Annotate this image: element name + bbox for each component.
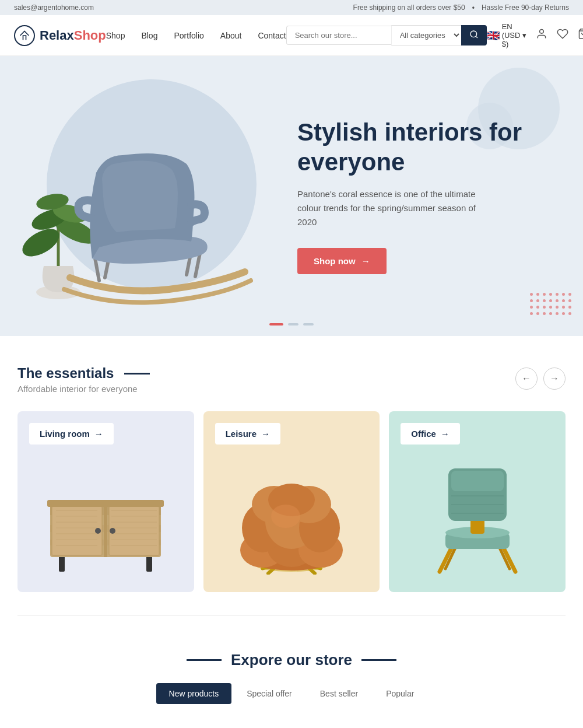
- svg-point-56: [271, 505, 300, 528]
- hero-image-area: [0, 56, 274, 336]
- svg-point-2: [540, 30, 544, 34]
- slide-indicators: [269, 323, 314, 326]
- title-underline: [124, 373, 150, 374]
- flag-icon: 🇬🇧: [487, 29, 500, 42]
- section-subtitle: Affordable interior for everyone: [17, 384, 150, 394]
- tab-special-offer[interactable]: Special offer: [234, 683, 305, 704]
- header: RelaxShop Shop Blog Portfolio About Cont…: [0, 15, 583, 56]
- office-image: [401, 444, 554, 580]
- language-selector[interactable]: 🇬🇧 EN (USD $) ▾: [487, 22, 527, 48]
- categories-grid: Living room →: [17, 411, 566, 592]
- svg-rect-21: [104, 505, 107, 557]
- section-title: The essentials: [17, 365, 150, 382]
- svg-point-38: [95, 528, 101, 534]
- search-area: All categories: [286, 25, 487, 46]
- lang-label: EN (USD $): [502, 22, 521, 48]
- explore-tabs: New products Special offer Best seller P…: [17, 683, 566, 704]
- hero-content: Stylish interiors for everyone Pantone's…: [274, 56, 583, 336]
- account-icon[interactable]: [536, 28, 547, 43]
- email: sales@argentohome.com: [14, 4, 94, 12]
- top-bar-promos: Free shipping on all orders over $50 • H…: [353, 4, 569, 12]
- slide-dot-active[interactable]: [269, 323, 283, 326]
- leisure-image: [215, 444, 368, 580]
- hero-section: Stylish interiors for everyone Pantone's…: [0, 56, 583, 336]
- living-room-image: [29, 444, 182, 580]
- tab-best-seller[interactable]: Best seller: [307, 683, 371, 704]
- explore-title: Expore our store: [17, 651, 566, 669]
- svg-rect-65: [451, 471, 504, 491]
- bullet: •: [472, 4, 475, 12]
- nav-blog[interactable]: Blog: [141, 31, 157, 40]
- svg-rect-40: [47, 500, 164, 507]
- search-button[interactable]: [461, 25, 487, 46]
- explore-section: Expore our store New products Special of…: [0, 622, 583, 722]
- nav-contact[interactable]: Contact: [258, 31, 286, 40]
- next-arrow-button[interactable]: →: [543, 368, 566, 390]
- prev-arrow-button[interactable]: ←: [515, 368, 538, 390]
- section-header: The essentials Affordable interior for e…: [17, 365, 566, 394]
- header-icons: 🇬🇧 EN (USD $) ▾: [487, 22, 583, 48]
- shop-now-button[interactable]: Shop now →: [297, 248, 387, 274]
- section-title-block: The essentials Affordable interior for e…: [17, 365, 150, 394]
- category-select[interactable]: All categories: [391, 25, 461, 46]
- logo-icon: [14, 25, 35, 46]
- essentials-section: The essentials Affordable interior for e…: [0, 336, 583, 610]
- svg-rect-23: [109, 506, 159, 555]
- arrow-right-icon: →: [261, 429, 270, 439]
- arrow-right-icon: →: [441, 429, 449, 439]
- svg-rect-22: [52, 506, 102, 555]
- leisure-button[interactable]: Leisure →: [215, 423, 280, 444]
- hero-title: Stylish interiors for everyone: [297, 118, 548, 177]
- category-card-living: Living room →: [17, 411, 194, 592]
- chevron-down-icon: ▾: [522, 31, 526, 40]
- category-card-leisure: Leisure →: [203, 411, 380, 592]
- search-input[interactable]: [286, 26, 391, 45]
- office-button[interactable]: Office →: [401, 423, 460, 444]
- section-divider: [17, 615, 566, 616]
- dots-decoration: [530, 293, 571, 318]
- svg-point-39: [110, 528, 115, 534]
- nav-about[interactable]: About: [220, 31, 242, 40]
- slide-dot-2[interactable]: [288, 323, 298, 326]
- explore-line-left: [187, 659, 222, 661]
- cart-icon[interactable]: [578, 28, 583, 43]
- svg-line-1: [476, 36, 477, 38]
- hero-subtitle: Pantone's coral essence is one of the ul…: [297, 187, 484, 229]
- logo[interactable]: RelaxShop: [14, 25, 106, 46]
- brand-name: RelaxShop: [40, 28, 106, 43]
- nav-portfolio[interactable]: Portfolio: [174, 31, 203, 40]
- promo2: Hassle Free 90-day Returns: [482, 4, 569, 12]
- nav-shop[interactable]: Shop: [106, 31, 125, 40]
- top-bar: sales@argentohome.com Free shipping on a…: [0, 0, 583, 15]
- wishlist-icon[interactable]: [557, 28, 568, 43]
- tab-popular[interactable]: Popular: [373, 683, 427, 704]
- main-nav: Shop Blog Portfolio About Contact: [106, 30, 286, 41]
- tab-new-products[interactable]: New products: [156, 683, 232, 704]
- arrow-icon: →: [361, 256, 370, 266]
- hero-chair-image: [17, 91, 274, 336]
- living-room-button[interactable]: Living room →: [29, 423, 114, 444]
- svg-point-0: [470, 31, 477, 37]
- category-nav-arrows: ← →: [515, 368, 566, 390]
- explore-line-right: [361, 659, 396, 661]
- category-card-office: Office →: [389, 411, 566, 592]
- promo1: Free shipping on all orders over $50: [353, 4, 465, 12]
- arrow-right-icon: →: [94, 429, 103, 439]
- slide-dot-3[interactable]: [303, 323, 314, 326]
